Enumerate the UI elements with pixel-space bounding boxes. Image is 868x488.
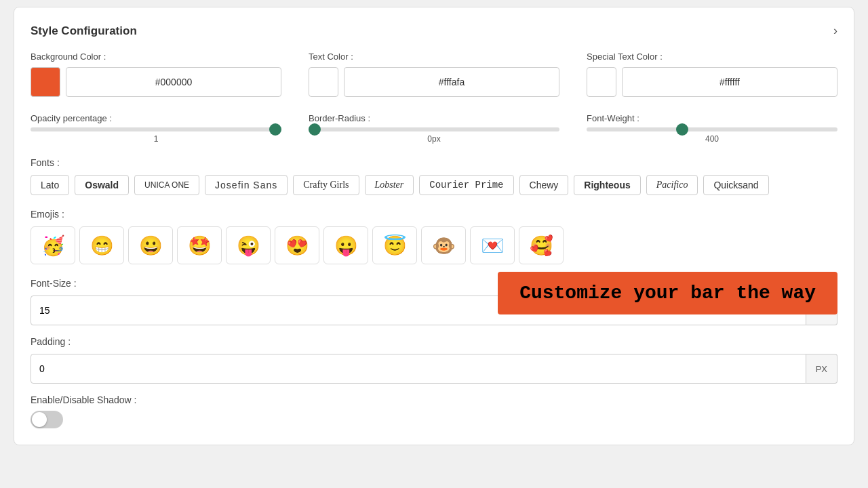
card-header: Style Configuration › [31, 24, 837, 38]
padding-suffix: PX [806, 354, 837, 384]
background-color-label: Background Color : [31, 52, 281, 62]
shadow-label: Enable/Disable Shadow : [31, 394, 837, 405]
font-btn-josefin[interactable]: Josefin Sans [205, 175, 288, 195]
font-btn-courier[interactable]: Courier Prime [419, 175, 513, 195]
special-color-input[interactable] [622, 67, 837, 97]
font-btn-quicksand[interactable]: Quicksand [703, 175, 768, 195]
special-color-group: Special Text Color : [587, 52, 837, 97]
emoji-item-9[interactable]: 💌 [470, 226, 515, 264]
special-color-swatch[interactable] [587, 67, 616, 97]
special-color-label: Special Text Color : [587, 52, 837, 62]
emojis-row: 🥳😁😀🤩😜😍😛😇🐵💌🥰 [31, 226, 837, 264]
card-title: Style Configuration [31, 24, 137, 38]
font-btn-unica[interactable]: Unica One [134, 175, 199, 195]
font-weight-slider[interactable] [587, 127, 837, 131]
color-row: Background Color : Text Color : Special … [31, 52, 837, 97]
background-color-input-row [31, 67, 281, 97]
opacity-value: 1 [31, 134, 281, 144]
toggle-knob [32, 412, 47, 427]
background-color-group: Background Color : [31, 52, 281, 97]
opacity-label: Opacity percentage : [31, 113, 281, 123]
font-btn-oswald[interactable]: Oswald [75, 175, 129, 195]
text-color-group: Text Color : [309, 52, 559, 97]
special-color-input-row [587, 67, 837, 97]
padding-input-row: PX [31, 354, 837, 384]
style-config-card: Style Configuration › Background Color :… [14, 7, 854, 445]
emoji-item-6[interactable]: 😛 [323, 226, 368, 264]
shadow-toggle[interactable] [31, 411, 63, 428]
emoji-item-7[interactable]: 😇 [372, 226, 417, 264]
font-btn-pacifico[interactable]: Pacifico [646, 175, 698, 195]
border-radius-slider-wrapper: 0px [309, 127, 559, 144]
text-color-swatch[interactable] [309, 67, 338, 97]
opacity-slider[interactable] [31, 127, 281, 131]
font-weight-label: Font-Weight : [587, 113, 837, 123]
emojis-label: Emojis : [31, 209, 837, 220]
emoji-item-0[interactable]: 🥳 [31, 226, 75, 264]
font-btn-lato[interactable]: Lato [31, 175, 69, 195]
emoji-item-4[interactable]: 😜 [226, 226, 271, 264]
font-weight-value: 400 [587, 134, 837, 144]
opacity-slider-wrapper: 1 [31, 127, 281, 144]
text-color-input[interactable] [344, 67, 559, 97]
border-radius-slider-group: Border-Radius : 0px [309, 113, 559, 144]
font-btn-crafty[interactable]: Crafty Girls [293, 175, 359, 195]
font-btn-righteous[interactable]: Righteous [574, 175, 640, 195]
background-color-input[interactable] [66, 67, 281, 97]
font-weight-slider-group: Font-Weight : 400 [587, 113, 837, 144]
background-color-swatch[interactable] [31, 67, 60, 97]
emoji-item-10[interactable]: 🥰 [519, 226, 564, 264]
fonts-row: LatoOswaldUnica OneJosefin SansCrafty Gi… [31, 175, 837, 195]
emoji-item-3[interactable]: 🤩 [177, 226, 222, 264]
border-radius-value: 0px [309, 134, 559, 144]
emoji-item-8[interactable]: 🐵 [421, 226, 466, 264]
text-color-input-row [309, 67, 559, 97]
padding-label: Padding : [31, 336, 837, 347]
slider-row: Opacity percentage : 1 Border-Radius : 0… [31, 113, 837, 144]
fonts-label: Fonts : [31, 157, 837, 168]
customize-banner: Customize your bar the way [498, 272, 837, 314]
chevron-right-icon[interactable]: › [833, 24, 837, 38]
font-btn-chewy[interactable]: Chewy [519, 175, 569, 195]
font-btn-lobster[interactable]: Lobster [365, 175, 414, 195]
emoji-item-1[interactable]: 😁 [79, 226, 124, 264]
font-weight-slider-wrapper: 400 [587, 127, 837, 144]
emoji-item-5[interactable]: 😍 [275, 226, 319, 264]
padding-input[interactable] [31, 354, 806, 384]
border-radius-label: Border-Radius : [309, 113, 559, 123]
border-radius-slider[interactable] [309, 127, 559, 131]
text-color-label: Text Color : [309, 52, 559, 62]
opacity-slider-group: Opacity percentage : 1 [31, 113, 281, 144]
emoji-item-2[interactable]: 😀 [128, 226, 173, 264]
